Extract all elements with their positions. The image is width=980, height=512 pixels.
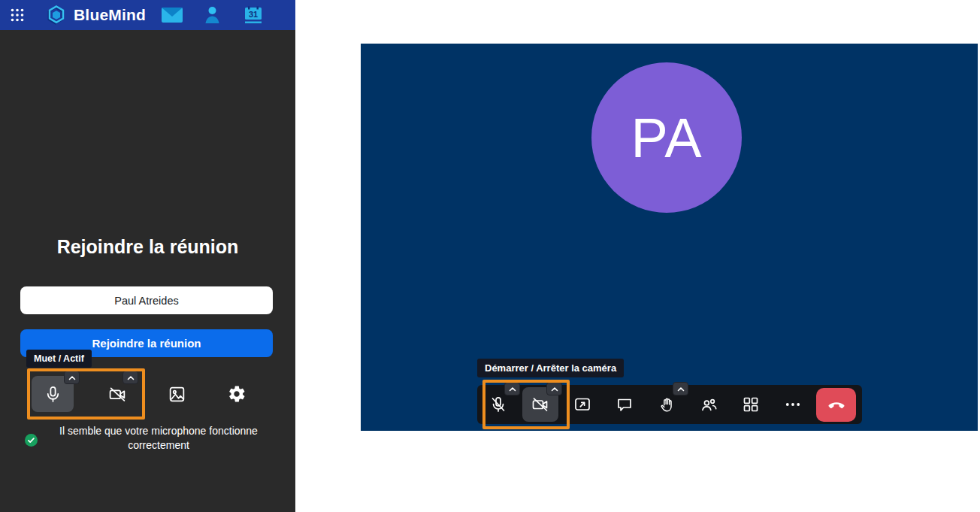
chat-icon	[616, 395, 634, 414]
check-circle-icon	[25, 434, 38, 447]
hand-icon	[658, 396, 676, 414]
mute-tooltip: Muet / Actif	[26, 350, 92, 368]
microphone-options-button[interactable]	[504, 382, 520, 395]
camera-off-icon	[107, 385, 128, 404]
tiles-icon	[742, 395, 760, 414]
raise-hand-options-button[interactable]	[673, 382, 688, 395]
prejoin-title: Rejoindre la réunion	[0, 236, 295, 258]
camera-toggle-button[interactable]	[519, 385, 561, 424]
chat-button[interactable]	[603, 385, 646, 424]
mail-icon[interactable]	[161, 7, 183, 23]
apps-grid-icon[interactable]	[10, 8, 25, 23]
calendar-day: 31	[249, 10, 258, 19]
meeting-stage: PA Démarrer / Arrêter la caméra	[361, 44, 978, 431]
microphone-icon	[44, 385, 62, 404]
people-icon	[700, 395, 718, 414]
chevron-up-icon	[68, 374, 77, 381]
bluemind-logo-icon[interactable]	[44, 3, 68, 27]
image-icon	[168, 385, 186, 404]
screenshare-button[interactable]	[561, 385, 603, 424]
camera-options-button[interactable]	[546, 382, 562, 395]
raise-hand-button[interactable]	[646, 385, 688, 424]
gear-icon	[227, 384, 247, 404]
display-name-input[interactable]	[20, 286, 273, 314]
participants-button[interactable]	[688, 385, 730, 424]
app-title: BlueMind	[74, 5, 146, 25]
camera-options-button[interactable]	[122, 371, 138, 384]
topbar: BlueMind 31	[0, 0, 295, 30]
microphone-off-icon	[489, 395, 507, 414]
chevron-up-icon	[676, 386, 685, 392]
chevron-up-icon	[550, 386, 559, 392]
calendar-icon[interactable]: 31	[243, 6, 263, 24]
chevron-up-icon	[508, 386, 517, 392]
hangup-button[interactable]	[816, 388, 856, 422]
microphone-status-text: Il semble que votre microphone fonctionn…	[46, 424, 271, 453]
screenshare-icon	[573, 395, 591, 414]
tile-view-button[interactable]	[730, 385, 772, 424]
settings-button[interactable]	[219, 376, 255, 412]
mute-button[interactable]	[477, 385, 519, 424]
contacts-icon[interactable]	[202, 5, 222, 25]
meeting-toolbar	[477, 385, 862, 424]
ellipsis-icon	[784, 395, 802, 414]
camera-off-icon	[531, 395, 550, 414]
participant-avatar: PA	[591, 62, 742, 213]
avatar-initials: PA	[631, 106, 702, 170]
chevron-up-icon	[126, 374, 135, 381]
more-actions-button[interactable]	[772, 385, 814, 424]
prejoin-panel: Rejoindre la réunion Rejoindre la réunio…	[0, 30, 295, 512]
background-button[interactable]	[159, 376, 195, 412]
camera-tooltip: Démarrer / Arrêter la caméra	[477, 359, 624, 377]
hangup-phone-icon	[827, 395, 846, 414]
microphone-options-button[interactable]	[64, 371, 80, 384]
